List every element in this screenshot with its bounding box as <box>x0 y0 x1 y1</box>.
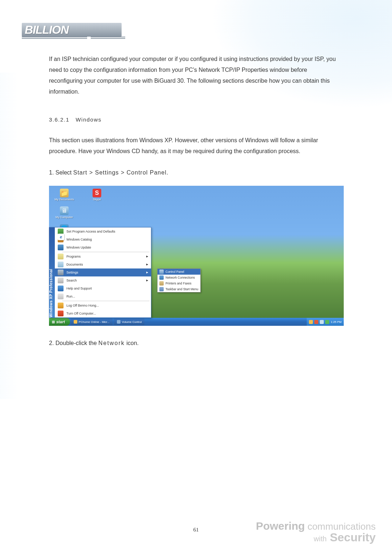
tray-icon-1[interactable] <box>309 320 313 324</box>
windows-update-icon <box>58 245 64 250</box>
brand-logo: BILLION <box>22 23 122 45</box>
computer-icon: 🖥 <box>60 206 69 215</box>
footer-tagline: Powering communications with Security <box>256 520 376 544</box>
tray-icon-4[interactable] <box>325 320 329 324</box>
menu-run[interactable]: Run... <box>55 292 151 300</box>
volume-label: Volume Control <box>122 320 142 324</box>
tagline-with: with <box>314 535 327 543</box>
log-off-icon <box>58 303 64 308</box>
power-off-icon <box>58 311 64 316</box>
browser-task-icon <box>74 320 77 324</box>
documents-label: Documents <box>66 263 83 266</box>
step-2-prefix: 2. Double-click the <box>49 340 98 346</box>
printers-faxes-icon <box>159 281 164 286</box>
turn-off-label: Turn Off Computer... <box>66 312 96 315</box>
step-2-suffix: icon. <box>125 340 139 346</box>
step-1-suffix: . <box>167 169 168 176</box>
program-access-label: Set Program Access and Defaults <box>66 230 115 233</box>
start-button[interactable]: start <box>49 318 70 326</box>
skype-label: Skype <box>93 198 101 201</box>
desktop-icon-my-computer[interactable]: 🖥 My Computer <box>53 206 75 219</box>
menu-set-program-access[interactable]: Set Program Access and Defaults <box>55 227 151 235</box>
menu-windows-catalog[interactable]: Windows Catalog <box>55 235 151 243</box>
programs-icon <box>58 254 64 259</box>
start-button-label: start <box>56 320 65 324</box>
intro-paragraph: If an ISP technician configured your com… <box>49 54 339 97</box>
submenu-taskbar-start[interactable]: Taskbar and Start Menu <box>158 286 200 292</box>
settings-label: Settings <box>66 271 78 274</box>
tagline-security: Security <box>330 531 376 544</box>
tray-icon-3[interactable] <box>320 320 324 324</box>
chevron-right-icon: ▶ <box>146 279 148 282</box>
chevron-right-icon: ▶ <box>146 271 148 274</box>
step-2-keyword: Network <box>98 340 125 346</box>
logo-text: BILLION <box>22 23 122 37</box>
network-connections-icon <box>159 275 164 280</box>
taskbar-menu-icon <box>159 287 164 291</box>
network-connections-label: Network Connections <box>166 276 195 279</box>
windows-paragraph: This section uses illustrations from Win… <box>49 135 339 157</box>
tray-icon-2[interactable] <box>314 320 318 324</box>
system-tray[interactable]: 1:25 PM <box>307 318 344 326</box>
help-icon <box>58 286 64 291</box>
submenu-control-panel[interactable]: Control Panel <box>158 269 200 275</box>
taskbar-item-volume[interactable]: Volume Control <box>114 319 145 325</box>
log-off-label: Log Off Benno Hong... <box>66 304 99 307</box>
menu-log-off[interactable]: Log Off Benno Hong... <box>55 301 151 309</box>
run-icon <box>58 294 64 299</box>
taskbar: start PChome Online - Micr... Volume Con… <box>49 318 344 326</box>
subsection-title: Windows <box>75 116 101 123</box>
settings-submenu: Control Panel Network Connections Printe… <box>157 268 201 292</box>
menu-documents[interactable]: Documents ▶ <box>55 260 151 268</box>
skype-icon: S <box>93 189 101 197</box>
control-panel-label: Control Panel <box>166 270 184 274</box>
control-panel-icon <box>159 270 164 274</box>
search-icon <box>58 278 64 283</box>
start-menu-sidebar: Windows XP Professional <box>49 227 55 317</box>
step-1-prefix: 1. Select <box>49 169 73 176</box>
submenu-network-connections[interactable]: Network Connections <box>158 275 200 280</box>
desktop-icon-skype[interactable]: S Skype <box>86 189 108 201</box>
step-1-path: Start > Settings > Control Panel <box>73 169 167 176</box>
pchome-label: PChome Online - Micr... <box>79 320 110 324</box>
printers-faxes-label: Printers and Faxes <box>166 282 191 285</box>
chevron-right-icon: ▶ <box>146 255 148 258</box>
menu-programs[interactable]: Programs ▶ <box>55 253 151 260</box>
settings-icon <box>58 270 64 275</box>
tray-clock: 1:25 PM <box>331 320 342 324</box>
my-documents-label: My Documents <box>54 198 74 201</box>
search-label: Search <box>66 279 77 282</box>
menu-help-support[interactable]: Help and Support <box>55 284 151 292</box>
windows-catalog-label: Windows Catalog <box>66 238 92 241</box>
folder-icon: 📁 <box>60 189 69 197</box>
documents-icon <box>58 262 64 267</box>
menu-search[interactable]: Search ▶ <box>55 276 151 284</box>
start-menu: Windows XP Professional Set Program Acce… <box>49 227 151 318</box>
menu-settings[interactable]: Settings ▶ Control Panel Network Connect… <box>55 268 151 276</box>
submenu-printers-faxes[interactable]: Printers and Faxes <box>158 280 200 286</box>
step-1: 1. Select Start > Settings > Control Pan… <box>49 168 339 178</box>
my-computer-label: My Computer <box>56 216 73 219</box>
menu-turn-off[interactable]: Turn Off Computer... <box>55 309 151 317</box>
floating-ie-shortcut-icon[interactable]: e <box>58 234 64 240</box>
chevron-right-icon: ▶ <box>146 263 148 266</box>
windows-xp-screenshot: 📁 My Documents S Skype 🖥 My Computer 🌐 M… <box>49 186 344 326</box>
volume-task-icon <box>117 320 121 324</box>
run-label: Run... <box>66 295 75 298</box>
desktop-icon-my-documents[interactable]: 📁 My Documents <box>53 189 75 201</box>
windows-update-label: Windows Update <box>66 246 91 249</box>
menu-windows-update[interactable]: Windows Update <box>55 243 151 251</box>
subsection-heading: 3.6.2.1 Windows <box>49 115 339 125</box>
taskbar-start-label: Taskbar and Start Menu <box>166 287 198 291</box>
taskbar-item-pchome[interactable]: PChome Online - Micr... <box>71 319 113 325</box>
help-label: Help and Support <box>66 287 92 290</box>
programs-label: Programs <box>66 255 81 258</box>
tagline-communications: communications <box>307 521 376 532</box>
subsection-number: 3.6.2.1 <box>49 116 69 123</box>
tagline-powering: Powering <box>256 520 305 532</box>
step-2: 2. Double-click the Network icon. <box>49 338 339 348</box>
